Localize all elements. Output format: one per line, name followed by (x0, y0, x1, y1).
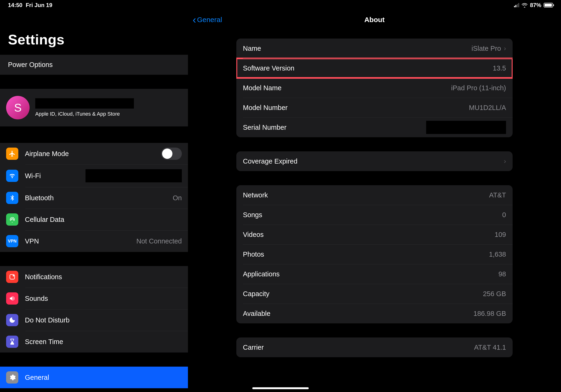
apple-id-subtitle: Apple ID, iCloud, iTunes & App Store (35, 111, 134, 117)
sidebar-item-notifications[interactable]: Notifications (0, 266, 188, 288)
row-network[interactable]: Network AT&T (236, 185, 513, 205)
apple-id-name-redacted (35, 98, 134, 109)
airplane-toggle[interactable] (161, 148, 182, 160)
svg-point-1 (13, 275, 14, 276)
row-model-number[interactable]: Model Number MU1D2LL/A (236, 98, 513, 118)
vpn-icon: VPN (6, 235, 18, 247)
power-options-label: Power Options (8, 61, 53, 68)
bluetooth-icon (6, 192, 18, 204)
back-button[interactable]: ‹ General (193, 16, 222, 24)
vpn-value: Not Connected (137, 237, 182, 245)
row-applications[interactable]: Applications 98 (236, 264, 513, 284)
avatar: S (6, 96, 30, 120)
sidebar-item-wifi[interactable]: Wi-Fi (0, 164, 188, 187)
sidebar-item-label: Do Not Disturb (25, 316, 182, 324)
row-model-name[interactable]: Model Name iPad Pro (11-inch) (236, 78, 513, 98)
about-group-stats: Network AT&T Songs 0 Videos 109 Photos 1… (236, 185, 513, 323)
battery-percent: 87% (530, 2, 541, 9)
sidebar-item-label: Cellular Data (25, 216, 182, 224)
sidebar-item-label: Bluetooth (25, 194, 173, 202)
bluetooth-value: On (173, 194, 182, 202)
about-group-carrier: Carrier AT&T 41.1 (236, 338, 513, 357)
row-songs[interactable]: Songs 0 (236, 205, 513, 225)
sidebar-item-vpn[interactable]: VPN VPN Not Connected (0, 230, 188, 252)
chevron-left-icon: ‹ (193, 17, 196, 23)
status-time: 14:50 (8, 2, 22, 9)
row-name[interactable]: Name iSlate Pro› (236, 39, 513, 58)
chevron-right-icon: › (504, 157, 506, 165)
row-videos[interactable]: Videos 109 (236, 225, 513, 244)
back-label: General (197, 16, 222, 24)
chevron-right-icon: › (504, 45, 506, 52)
detail-pane: ‹ General About Name iSlate Pro› Softwar… (188, 0, 561, 392)
gear-icon (6, 371, 18, 383)
wifi-icon (521, 3, 528, 8)
power-options-row[interactable]: Power Options (0, 55, 188, 75)
sidebar-item-label: Screen Time (25, 338, 182, 346)
detail-title: About (364, 16, 385, 24)
about-group-device: Name iSlate Pro› Software Version 13.5 M… (236, 39, 513, 137)
settings-sidebar: Settings Power Options S Apple ID, iClou… (0, 0, 188, 392)
detail-nav: ‹ General About (188, 10, 561, 29)
moon-icon (6, 314, 18, 326)
row-coverage[interactable]: Coverage Expired › (236, 151, 513, 171)
sidebar-item-cellular[interactable]: Cellular Data (0, 209, 188, 230)
sidebar-item-label: VPN (25, 237, 137, 245)
row-available[interactable]: Available 186.98 GB (236, 304, 513, 323)
settings-title: Settings (0, 10, 188, 55)
about-group-coverage: Coverage Expired › (236, 151, 513, 171)
home-indicator[interactable] (252, 387, 309, 389)
status-date: Fri Jun 19 (26, 2, 52, 9)
notifications-icon (6, 271, 18, 283)
sidebar-item-label: Sounds (25, 295, 182, 303)
sidebar-item-dnd[interactable]: Do Not Disturb (0, 309, 188, 331)
row-capacity[interactable]: Capacity 256 GB (236, 284, 513, 304)
apple-id-row[interactable]: S Apple ID, iCloud, iTunes & App Store (0, 89, 188, 126)
sidebar-item-general[interactable]: General (0, 367, 188, 388)
sidebar-item-sounds[interactable]: Sounds (0, 288, 188, 309)
wifi-icon (6, 170, 18, 182)
wifi-value-redacted (86, 169, 182, 182)
sidebar-item-bluetooth[interactable]: Bluetooth On (0, 187, 188, 209)
sidebar-item-label: Notifications (25, 273, 182, 281)
sidebar-item-label: Wi-Fi (25, 172, 86, 180)
speaker-icon (6, 292, 18, 305)
sidebar-item-screentime[interactable]: Screen Time (0, 331, 188, 352)
row-carrier[interactable]: Carrier AT&T 41.1 (236, 338, 513, 357)
row-serial-number[interactable]: Serial Number (236, 118, 513, 137)
cellular-signal-icon (514, 3, 519, 7)
sidebar-item-label: Airplane Mode (25, 150, 161, 158)
row-photos[interactable]: Photos 1,638 (236, 244, 513, 264)
sidebar-item-label: General (25, 374, 182, 381)
status-bar: 14:50 Fri Jun 19 87% (0, 0, 561, 10)
battery-icon (544, 3, 553, 8)
row-software-version[interactable]: Software Version 13.5 (236, 58, 513, 78)
serial-redacted (426, 121, 506, 134)
sidebar-item-airplane[interactable]: Airplane Mode (0, 143, 188, 164)
hourglass-icon (6, 336, 18, 348)
airplane-icon (6, 148, 18, 160)
antenna-icon (6, 213, 18, 226)
